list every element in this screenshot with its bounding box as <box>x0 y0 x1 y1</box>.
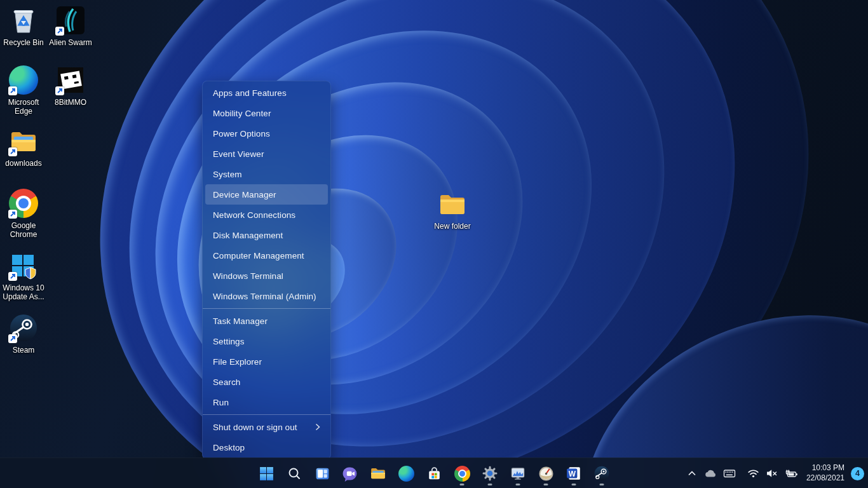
menu-item-system[interactable]: System <box>205 164 328 184</box>
menu-item-computer-management[interactable]: Computer Management <box>205 245 328 266</box>
tray-battery-button[interactable] <box>781 461 801 486</box>
start-icon <box>259 466 275 482</box>
menu-item-label: Settings <box>213 337 245 346</box>
file-explorer-icon <box>370 465 386 482</box>
menu-item-task-manager[interactable]: Task Manager <box>205 311 328 331</box>
battery-charging-icon <box>784 468 798 478</box>
taskbar-steam-button[interactable] <box>589 461 614 486</box>
task-view-icon <box>315 466 330 482</box>
taskbar-word-button[interactable]: W <box>561 461 587 486</box>
running-indicator <box>460 484 465 485</box>
task-manager-icon <box>510 465 526 482</box>
shortcut-arrow-icon <box>55 86 64 95</box>
desktop-icon-label: Microsoft Edge <box>0 98 47 116</box>
taskbar-task-view-button[interactable] <box>309 461 335 486</box>
taskbar: W <box>0 458 868 488</box>
desktop-icon-label: Windows 10 Update As... <box>0 283 47 301</box>
menu-item-apps-and-features[interactable]: Apps and Features <box>205 83 328 103</box>
tray-date: 22/08/2021 <box>806 473 844 484</box>
tray-hidden-icons-button[interactable] <box>683 461 701 486</box>
menu-item-label: File Explorer <box>213 357 262 367</box>
menu-item-windows-terminal-admin[interactable]: Windows Terminal (Admin) <box>205 286 328 306</box>
volume-muted-icon <box>766 468 778 478</box>
desktop-icon-microsoft-edge[interactable]: Microsoft Edge <box>0 65 47 116</box>
word-icon: W <box>566 465 582 482</box>
recycle-bin-icon <box>8 5 39 36</box>
running-indicator <box>600 484 604 485</box>
running-indicator <box>516 484 520 485</box>
wallpaper <box>0 0 868 488</box>
menu-item-label: Shut down or sign out <box>213 423 297 432</box>
desktop-icon-8bitmmo[interactable]: 8BitMMO <box>47 65 94 107</box>
menu-item-label: Run <box>213 398 229 407</box>
winx-context-menu: Apps and Features Mobility Center Power … <box>202 81 331 459</box>
taskbar-center-icons: W <box>252 458 616 488</box>
menu-item-label: Task Manager <box>213 316 268 326</box>
desktop-icon-label: New folder <box>434 222 470 231</box>
desktop-icon-new-folder[interactable]: New folder <box>429 189 476 231</box>
taskbar-store-button[interactable] <box>421 461 447 486</box>
tray-keyboard-button[interactable] <box>720 461 739 486</box>
settings-gear-icon <box>482 465 498 482</box>
chat-icon <box>342 466 358 482</box>
desktop-icon-label: 8BitMMO <box>55 98 86 107</box>
chevron-up-icon <box>686 468 698 478</box>
wifi-icon <box>747 468 759 478</box>
menu-item-power-options[interactable]: Power Options <box>205 123 328 144</box>
menu-item-search[interactable]: Search <box>205 372 328 392</box>
menu-item-shutdown[interactable]: Shut down or sign out <box>205 417 328 437</box>
system-tray: 10:03 PM 22/08/2021 4 <box>683 458 864 488</box>
gauge-app-icon <box>538 466 554 482</box>
menu-item-disk-management[interactable]: Disk Management <box>205 225 328 245</box>
taskbar-task-manager-button[interactable] <box>505 461 531 486</box>
menu-item-label: Computer Management <box>213 251 304 261</box>
menu-item-network-connections[interactable]: Network Connections <box>205 205 328 225</box>
desktop-icon-google-chrome[interactable]: Google Chrome <box>0 188 47 239</box>
desktop-icon-windows10-update[interactable]: Windows 10 Update As... <box>0 250 47 301</box>
menu-item-settings[interactable]: Settings <box>205 331 328 351</box>
svg-text:W: W <box>569 470 576 478</box>
desktop-icon-steam[interactable]: Steam <box>0 313 47 355</box>
menu-item-event-viewer[interactable]: Event Viewer <box>205 144 328 164</box>
desktop-icon-alien-swarm[interactable]: Alien Swarm <box>47 5 94 47</box>
menu-item-device-manager[interactable]: Device Manager <box>205 184 328 205</box>
menu-item-label: Windows Terminal (Admin) <box>213 292 316 301</box>
taskbar-chat-button[interactable] <box>337 461 363 486</box>
desktop-icon-label: Google Chrome <box>0 221 47 239</box>
shortcut-arrow-icon <box>8 147 17 156</box>
new-folder-icon <box>437 189 468 219</box>
windows-desktop: Recycle Bin Alien Swarm Microsoft Edge <box>0 0 868 488</box>
taskbar-settings-button[interactable] <box>477 461 503 486</box>
running-indicator <box>488 484 492 485</box>
menu-item-mobility-center[interactable]: Mobility Center <box>205 103 328 123</box>
notification-count: 4 <box>855 469 860 478</box>
tray-volume-button[interactable] <box>763 461 781 486</box>
menu-item-label: Disk Management <box>213 231 283 240</box>
menu-item-windows-terminal[interactable]: Windows Terminal <box>205 266 328 286</box>
menu-item-label: Mobility Center <box>213 109 271 118</box>
tray-onedrive-button[interactable] <box>701 461 720 486</box>
taskbar-gauge-app-button[interactable] <box>533 461 559 486</box>
taskbar-chrome-button[interactable] <box>449 461 475 486</box>
menu-item-file-explorer[interactable]: File Explorer <box>205 351 328 372</box>
menu-item-label: Windows Terminal <box>213 271 283 281</box>
menu-item-label: Apps and Features <box>213 88 287 98</box>
taskbar-file-explorer-button[interactable] <box>365 461 391 486</box>
taskbar-edge-button[interactable] <box>393 461 419 486</box>
shortcut-arrow-icon <box>8 334 17 343</box>
menu-item-desktop[interactable]: Desktop <box>205 437 328 458</box>
tray-clock[interactable]: 10:03 PM 22/08/2021 <box>801 461 848 486</box>
menu-item-label: Device Manager <box>213 190 276 200</box>
desktop-icon-downloads[interactable]: downloads <box>0 126 47 168</box>
desktop-icon-label: Recycle Bin <box>3 38 43 47</box>
taskbar-search-button[interactable] <box>281 461 307 486</box>
menu-item-label: Event Viewer <box>213 149 264 159</box>
desktop-icon-label: Alien Swarm <box>49 38 92 47</box>
tray-network-button[interactable] <box>744 461 763 486</box>
search-icon <box>287 466 302 481</box>
desktop-icon-recycle-bin[interactable]: Recycle Bin <box>0 5 47 47</box>
taskbar-start-button[interactable] <box>254 461 279 486</box>
steam-icon <box>593 465 610 482</box>
menu-item-run[interactable]: Run <box>205 392 328 412</box>
notification-badge[interactable]: 4 <box>851 467 864 480</box>
